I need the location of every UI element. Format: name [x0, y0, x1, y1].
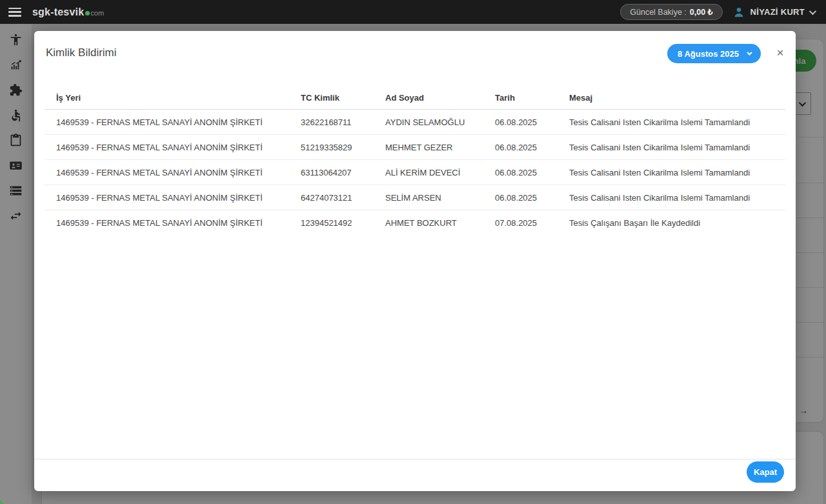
header-tarih: Tarih [495, 93, 569, 103]
modal-footer: Kapat [34, 459, 796, 491]
kimlik-bildirimi-modal: Kimlik Bildirimi 8 Ağustos 2025 × İş Yer… [34, 31, 796, 491]
cell-is-yeri: 1469539 - FERNAS METAL SANAYİ ANONİM ŞİR… [45, 218, 301, 228]
cell-tarih: 06.08.2025 [495, 117, 569, 127]
balance-value: 0,00 ₺ [690, 7, 713, 17]
balance-badge: Güncel Bakiye : 0,00 ₺ [620, 4, 722, 20]
hamburger-menu-icon[interactable] [8, 8, 21, 17]
cell-ad-soyad: MEHMET GEZER [385, 143, 495, 152]
cell-mesaj: Tesis Calisani Isten Cikarilma Islemi Ta… [569, 193, 785, 203]
cell-tc-kimlik: 63113064207 [301, 168, 385, 177]
table-row: 1469539 - FERNAS METAL SANAYİ ANONİM ŞİR… [45, 210, 785, 236]
corner-ribbon-icon [0, 500, 4, 504]
table-body: 1469539 - FERNAS METAL SANAYİ ANONİM ŞİR… [45, 110, 785, 236]
cell-tc-kimlik: 12394521492 [301, 218, 385, 228]
close-icon[interactable]: × [774, 46, 787, 59]
table-header-row: İş Yeri TC Kimlik Ad Soyad Tarih Mesaj [45, 86, 785, 110]
cell-tarih: 06.08.2025 [495, 143, 569, 152]
logo-suffix-text: com [90, 9, 104, 17]
cell-tarih: 06.08.2025 [495, 193, 569, 203]
app-root: sgk-tesvik com Güncel Bakiye : 0,00 ₺ Nİ… [0, 0, 826, 504]
logo-green-dot-icon [85, 11, 90, 15]
date-filter-label: 8 Ağustos 2025 [678, 49, 739, 59]
header-is-yeri: İş Yeri [45, 93, 301, 103]
cell-mesaj: Tesis Çalışanı Başarı İle Kaydedildi [569, 218, 785, 228]
top-bar: sgk-tesvik com Güncel Bakiye : 0,00 ₺ Nİ… [0, 0, 826, 24]
table-row: 1469539 - FERNAS METAL SANAYİ ANONİM ŞİR… [45, 135, 785, 160]
table-row: 1469539 - FERNAS METAL SANAYİ ANONİM ŞİR… [45, 160, 785, 185]
cell-is-yeri: 1469539 - FERNAS METAL SANAYİ ANONİM ŞİR… [45, 143, 301, 152]
cell-tc-kimlik: 32622168711 [301, 117, 385, 127]
cell-ad-soyad: AYDIN SELAMOĞLU [385, 117, 495, 127]
cell-mesaj: Tesis Calisani Isten Cikarilma Islemi Ta… [569, 143, 785, 152]
cell-ad-soyad: AHMET BOZKURT [385, 218, 495, 228]
cell-tc-kimlik: 64274073121 [301, 193, 385, 203]
balance-label: Güncel Bakiye : [630, 8, 687, 17]
chevron-down-icon [809, 7, 816, 14]
user-avatar-icon [732, 5, 746, 19]
header-ad-soyad: Ad Soyad [385, 93, 495, 103]
table-row: 1469539 - FERNAS METAL SANAYİ ANONİM ŞİR… [45, 110, 785, 135]
notifications-table: İş Yeri TC Kimlik Ad Soyad Tarih Mesaj 1… [45, 86, 785, 236]
table-row: 1469539 - FERNAS METAL SANAYİ ANONİM ŞİR… [45, 185, 785, 210]
date-filter-button[interactable]: 8 Ağustos 2025 [667, 44, 761, 63]
cell-is-yeri: 1469539 - FERNAS METAL SANAYİ ANONİM ŞİR… [45, 193, 301, 203]
kapat-button[interactable]: Kapat [747, 461, 784, 483]
cell-tc-kimlik: 51219335829 [301, 143, 385, 152]
cell-is-yeri: 1469539 - FERNAS METAL SANAYİ ANONİM ŞİR… [45, 117, 301, 127]
logo-brand-text: sgk-tesvik [32, 6, 84, 18]
cell-tarih: 06.08.2025 [495, 168, 569, 177]
modal-title: Kimlik Bildirimi [46, 46, 117, 59]
cell-ad-soyad: SELİM ARSEN [385, 193, 495, 203]
user-name: NİYAZİ KURT [750, 7, 805, 17]
cell-mesaj: Tesis Calisani Isten Cikarilma Islemi Ta… [569, 168, 785, 177]
header-mesaj: Mesaj [569, 93, 785, 103]
app-logo: sgk-tesvik com [32, 6, 104, 18]
header-tc-kimlik: TC Kimlik [301, 93, 385, 103]
cell-ad-soyad: ALİ KERİM DEVECİ [385, 168, 495, 177]
cell-mesaj: Tesis Calisani Isten Cikarilma Islemi Ta… [569, 117, 785, 127]
user-menu[interactable]: NİYAZİ KURT [732, 5, 814, 19]
cell-is-yeri: 1469539 - FERNAS METAL SANAYİ ANONİM ŞİR… [45, 168, 301, 177]
cell-tarih: 07.08.2025 [495, 218, 569, 228]
chevron-down-icon [747, 50, 752, 55]
